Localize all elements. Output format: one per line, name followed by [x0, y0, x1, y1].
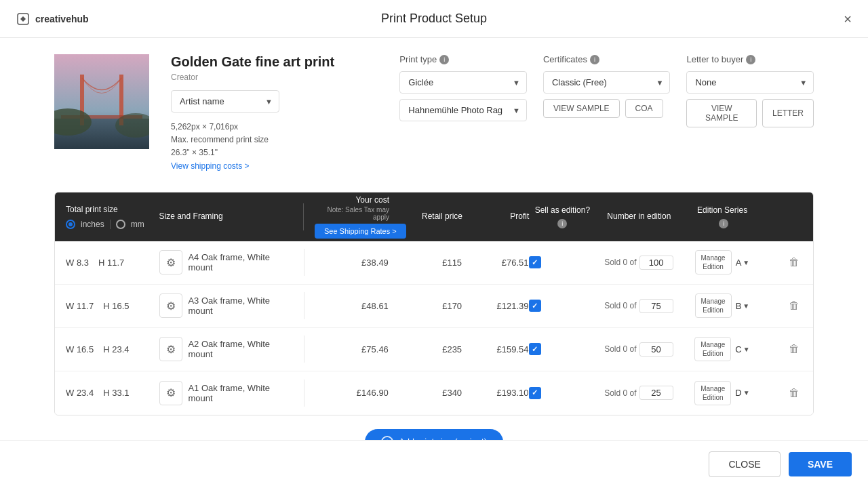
row1-delete-button[interactable]: 🗑 — [786, 253, 802, 271]
row3-num-input[interactable] — [639, 342, 673, 357]
bridge-illustration — [54, 54, 149, 149]
row1-cost: £38.49 — [315, 258, 389, 268]
logo-text: creativehub — [35, 14, 89, 24]
add-variant-button[interactable]: + Add print size (variant) — [365, 429, 503, 440]
row2-sell-edition — [529, 300, 595, 312]
row3-framing-label: A2 Oak frame, White mount — [188, 339, 292, 359]
creator-label: Creator — [171, 73, 378, 82]
edition-series-info-icon[interactable]: i — [719, 219, 728, 228]
row1-sold-label: Sold 0 of — [604, 258, 636, 267]
letter-to-buyer-panel: Letter to buyer i None ▼ VIEW SAMPLE LET… — [686, 54, 814, 127]
view-shipping-link[interactable]: View shipping costs > — [171, 161, 250, 171]
row2-profit: £121.39 — [462, 301, 528, 311]
table-row: W 11.7 H 16.5 ⚙ A3 Oak frame, White moun… — [55, 285, 813, 328]
row1-profit: £76.51 — [462, 258, 528, 268]
row2-manage-edition-button[interactable]: ManageEdition — [695, 293, 732, 318]
row1-framing-label: A4 Oak frame, White mount — [188, 252, 292, 272]
row4-delete-button[interactable]: 🗑 — [786, 384, 802, 402]
row3-series-arrow-icon[interactable]: ▼ — [743, 346, 750, 353]
row4-number-in-edition: Sold 0 of — [595, 386, 682, 400]
page-title: Print Product Setup — [381, 12, 487, 26]
footer: CLOSE SAVE — [0, 440, 868, 488]
row1-sell-edition-checkbox[interactable] — [529, 256, 541, 268]
row3-actions: 🗑 — [762, 340, 802, 358]
certificates-title: Certificates i — [543, 54, 671, 64]
table-row: W 16.5 H 23.4 ⚙ A2 Oak frame, White moun… — [55, 328, 813, 371]
table-row: W 8.3 H 11.7 ⚙ A4 Oak frame, White mount… — [55, 241, 813, 285]
certificates-coa-button[interactable]: COA — [625, 99, 663, 118]
th-retail-price: Retail price — [389, 211, 462, 222]
row4-retail: £340 — [389, 388, 462, 398]
certificates-info-icon[interactable]: i — [590, 55, 599, 64]
row3-series-value: C — [735, 344, 741, 354]
row1-height: H 11.7 — [98, 258, 124, 268]
row3-manage-edition-button[interactable]: ManageEdition — [694, 337, 731, 361]
row1-size: W 8.3 H 11.7 — [66, 258, 159, 268]
sell-as-edition-info-icon[interactable]: i — [557, 219, 567, 228]
table-header: Total print size inches mm Size and Fram… — [55, 192, 813, 241]
row3-sell-edition-checkbox[interactable] — [529, 343, 541, 355]
row1-retail: £115 — [389, 258, 462, 268]
unit-mm-label: mm — [131, 220, 144, 229]
row2-sell-edition-checkbox[interactable] — [529, 300, 541, 312]
row3-size: W 16.5 H 23.4 — [66, 344, 159, 354]
letter-select[interactable]: None — [686, 71, 814, 94]
row3-delete-button[interactable]: 🗑 — [786, 340, 802, 358]
product-meta: 5,262px × 7,016px Max. recommend print s… — [171, 121, 378, 173]
row1-num-input[interactable] — [639, 256, 673, 270]
close-x-button[interactable]: × — [844, 12, 852, 26]
certificates-panel: Certificates i Classic (Free) ▼ VIEW SAM… — [543, 54, 671, 127]
see-shipping-rates-button[interactable]: See Shipping Rates > — [315, 224, 406, 239]
product-dims: 5,262px × 7,016px — [171, 121, 378, 134]
print-type-info-icon[interactable]: i — [439, 55, 449, 64]
row2-gear-button[interactable]: ⚙ — [159, 293, 183, 318]
row3-sold-label: Sold 0 of — [604, 344, 636, 354]
row3-series-select: C ▼ — [735, 344, 749, 354]
row4-gear-button[interactable]: ⚙ — [159, 381, 183, 405]
certificates-view-sample-button[interactable]: VIEW SAMPLE — [543, 99, 620, 118]
row4-height: H 33.1 — [103, 388, 129, 398]
close-button[interactable]: CLOSE — [709, 451, 780, 477]
product-recommend: Max. recommend print size — [171, 134, 378, 146]
certificates-select[interactable]: Classic (Free) — [543, 71, 671, 94]
row1-number-in-edition: Sold 0 of — [595, 256, 682, 270]
row4-sell-edition-checkbox[interactable] — [529, 387, 541, 399]
print-type-select[interactable]: Giclée — [399, 71, 527, 94]
product-name: Golden Gate fine art print — [171, 54, 378, 70]
row2-size: W 11.7 H 16.5 — [66, 301, 159, 311]
unit-mm-radio[interactable] — [116, 220, 125, 229]
print-type-title: Print type i — [399, 54, 527, 64]
row3-gear-button[interactable]: ⚙ — [159, 337, 183, 361]
letter-label-button[interactable]: LETTER — [762, 99, 814, 127]
row3-retail: £235 — [389, 344, 462, 354]
letter-view-sample-button[interactable]: VIEW SAMPLE — [686, 99, 757, 127]
row2-actions: 🗑 — [762, 297, 802, 314]
print-type-panel: Print type i Giclée ▼ Hahnemühle Photo R… — [399, 54, 527, 127]
row3-edition: ManageEdition C ▼ — [682, 337, 762, 361]
row4-profit: £193.10 — [462, 388, 528, 398]
row4-series-arrow-icon[interactable]: ▼ — [743, 389, 750, 396]
row1-series-arrow-icon[interactable]: ▼ — [743, 259, 749, 266]
letter-info-icon[interactable]: i — [746, 55, 755, 64]
product-image — [54, 54, 149, 149]
row1-gear-button[interactable]: ⚙ — [159, 250, 183, 274]
artist-name-select[interactable]: Artist name — [171, 90, 279, 113]
content-area: Golden Gate fine art print Creator Artis… — [0, 38, 868, 440]
row4-num-input[interactable] — [639, 386, 673, 400]
row2-num-input[interactable] — [639, 299, 673, 313]
row4-series-value: D — [735, 388, 741, 398]
row2-series-arrow-icon[interactable]: ▼ — [743, 302, 749, 310]
row1-series-value: A — [736, 258, 742, 268]
unit-inches-radio[interactable] — [66, 220, 75, 229]
logo-icon — [16, 12, 30, 26]
row1-manage-edition-button[interactable]: ManageEdition — [695, 250, 732, 274]
row4-manage-edition-button[interactable]: ManageEdition — [694, 381, 731, 405]
paper-select[interactable]: Hahnemühle Photo Rag — [399, 99, 527, 121]
th-divider — [303, 203, 304, 230]
row4-framing-label: A1 Oak frame, White mount — [188, 383, 292, 403]
row2-framing-label: A3 Oak frame, White mount — [188, 296, 292, 316]
save-button[interactable]: SAVE — [789, 452, 852, 476]
table-rows-container: W 8.3 H 11.7 ⚙ A4 Oak frame, White mount… — [55, 241, 813, 415]
row1-edition: ManageEdition A ▼ — [682, 250, 762, 274]
row2-delete-button[interactable]: 🗑 — [786, 297, 802, 314]
